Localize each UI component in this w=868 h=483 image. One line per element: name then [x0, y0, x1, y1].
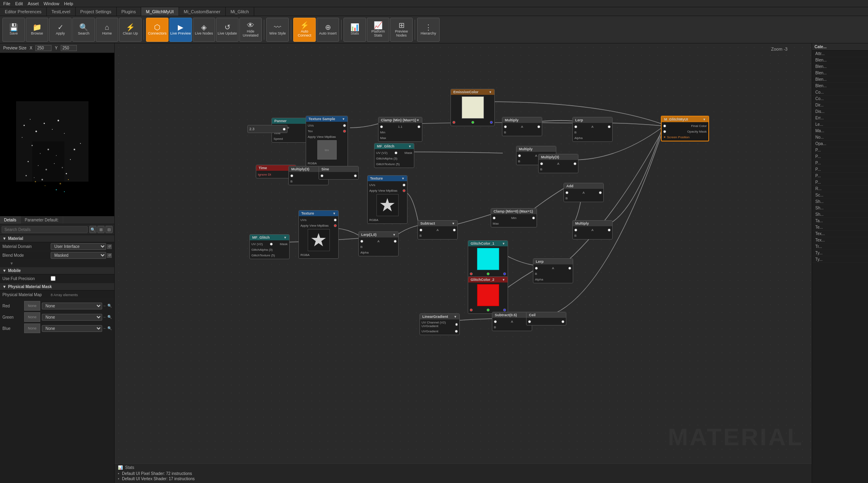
phys-blue-select[interactable]: None: [42, 325, 102, 332]
node-lerp-top[interactable]: Lerp A B Alpha: [572, 117, 613, 142]
right-panel-item-23[interactable]: Sh...: [812, 199, 868, 205]
node-clamp-mid[interactable]: Clamp (Min=0) (Max=1) Min Max: [491, 208, 537, 227]
node-texture-sample[interactable]: Texture Sample ▼ UVs Tex Apply View MipB…: [306, 116, 348, 167]
right-panel-item-5[interactable]: Blen...: [812, 83, 868, 89]
right-panel-item-18[interactable]: P...: [812, 166, 868, 173]
platformstats-button[interactable]: 📈 Platform Stats: [367, 18, 389, 42]
node-constant[interactable]: 2.3: [247, 125, 288, 133]
right-panel-item-32[interactable]: Ty...: [812, 256, 868, 263]
right-panel-item-11[interactable]: Le...: [812, 121, 868, 128]
right-panel-item-10[interactable]: Err...: [812, 115, 868, 121]
tab-mi-custom[interactable]: Mi_CustomBanner: [179, 7, 226, 16]
phys-green-search[interactable]: 🔍: [107, 315, 112, 319]
node-linear-gradient[interactable]: LinearGradient ▼ UV Channel (V2) UVGradi…: [420, 313, 460, 335]
node-emissive[interactable]: EmissiveColor ▼: [450, 89, 495, 126]
right-panel-item-15[interactable]: P...: [812, 147, 868, 153]
blend-mode-select[interactable]: Masked Opaque Translucent Additive: [51, 252, 106, 259]
right-panel-item-7[interactable]: Co...: [812, 96, 868, 102]
apply-button[interactable]: ✓ Apply: [49, 18, 72, 42]
hide-button[interactable]: 👁 Hide Unrelated: [239, 18, 262, 42]
right-panel-item-14[interactable]: Opa...: [812, 141, 868, 147]
cleanup-button[interactable]: ⚡ Clean Up: [119, 18, 142, 42]
right-panel-item-28[interactable]: Tex...: [812, 231, 868, 237]
node-glitch-color2[interactable]: GlitchColor_2 ▼: [468, 276, 508, 314]
menu-edit[interactable]: Edit: [15, 1, 23, 6]
right-panel-item-16[interactable]: P...: [812, 153, 868, 160]
right-panel-item-0[interactable]: Attr...: [812, 51, 868, 57]
menu-asset[interactable]: Asset: [28, 1, 39, 6]
right-panel-item-12[interactable]: Ma...: [812, 128, 868, 134]
mobile-section-header[interactable]: ▼ Mobile: [0, 267, 114, 274]
home-button[interactable]: ⌂ Home: [96, 18, 118, 42]
node-glitch-color1[interactable]: GlitchColor_1 ▼: [468, 240, 508, 278]
view-options-button[interactable]: ⊞: [97, 226, 105, 233]
node-result[interactable]: M_GlitchMyUI ▼ Final Color Opacity Mask …: [661, 116, 709, 141]
node-clamp-min[interactable]: Clamp (Min) (Max=1) ▼ 1.1 Min Max: [378, 117, 422, 142]
material-domain-reset[interactable]: ↺: [107, 244, 112, 249]
tab-m-glitch[interactable]: M_GlitchMyUI: [141, 7, 179, 16]
details-tab[interactable]: Details: [0, 216, 21, 224]
preview-x-input[interactable]: [35, 45, 51, 51]
save-button[interactable]: 💾 Save: [2, 18, 25, 42]
right-panel-item-25[interactable]: Sh...: [812, 211, 868, 218]
full-precision-checkbox[interactable]: [51, 276, 56, 281]
browse-button[interactable]: 📁 Browse: [26, 18, 48, 42]
node-canvas[interactable]: Zoom -3: [115, 43, 812, 483]
right-panel-item-21[interactable]: R...: [812, 186, 868, 192]
right-panel-item-3[interactable]: Blen...: [812, 70, 868, 76]
phys-green-select[interactable]: None: [42, 314, 102, 321]
livepreview-button[interactable]: ▶ Live Preview: [169, 18, 192, 42]
autoinsert-button[interactable]: ⊕ Auto Insert: [317, 18, 339, 42]
stats-button[interactable]: 📊 Stats: [343, 18, 366, 42]
node-multiply4[interactable]: Multiply A B: [572, 220, 613, 239]
right-panel-item-1[interactable]: Blen...: [812, 57, 868, 63]
right-panel-item-17[interactable]: P...: [812, 160, 868, 166]
right-panel-item-24[interactable]: Sh...: [812, 205, 868, 211]
right-panel-item-8[interactable]: Dir...: [812, 102, 868, 108]
tab-editor-prefs[interactable]: Editor Preferences: [0, 7, 47, 16]
search-button[interactable]: 🔍 Search: [72, 18, 95, 42]
right-panel-item-6[interactable]: Co...: [812, 89, 868, 96]
node-lerp-bottom[interactable]: Lerp A B Alpha: [533, 258, 573, 283]
node-multiply3[interactable]: Multiply(3) A B: [538, 154, 578, 173]
livenodes-button[interactable]: ◈ Live Nodes: [193, 18, 215, 42]
node-subtract[interactable]: Subtract ▼ A B: [418, 220, 458, 239]
filter-button[interactable]: ⊟: [105, 226, 113, 233]
phys-red-search[interactable]: 🔍: [107, 304, 112, 308]
right-panel-item-31[interactable]: Ty...: [812, 250, 868, 256]
physical-section-header[interactable]: ▼ Physical Material Mask: [0, 283, 114, 291]
material-domain-select[interactable]: User Interface Surface Deferred Decal: [51, 243, 106, 250]
right-panel-item-13[interactable]: No...: [812, 134, 868, 141]
right-panel-item-22[interactable]: Sc...: [812, 192, 868, 199]
tab-mi-glitch[interactable]: Mi_Glitch: [226, 7, 254, 16]
phys-red-select[interactable]: None: [42, 303, 102, 309]
right-panel-item-4[interactable]: Blen...: [812, 76, 868, 83]
menu-window[interactable]: Window: [43, 1, 59, 6]
parameter-tab[interactable]: Parameter Default:: [21, 216, 63, 224]
right-panel-item-19[interactable]: P...: [812, 173, 868, 179]
node-ceil[interactable]: Ceil: [526, 312, 566, 325]
connectors-button[interactable]: ⬡ Connectors: [146, 18, 169, 42]
node-texture1[interactable]: Texture ▼ UVs Apply View MipBias: [367, 175, 407, 224]
right-panel-item-20[interactable]: P...: [812, 179, 868, 186]
node-mf-glitch2[interactable]: MF_Glitch ▼ UV (V2) Mask GlitchAlpha (3)…: [249, 234, 290, 259]
liveupdate-button[interactable]: ↺ Live Update: [216, 18, 239, 42]
right-panel-item-26[interactable]: Ta...: [812, 218, 868, 224]
tab-plugins[interactable]: Plugins: [117, 7, 141, 16]
node-texture2[interactable]: Texture ▼ UVs Apply View MipBias: [298, 210, 339, 259]
autoconnect-button[interactable]: ⚡ Auto Connect: [293, 18, 316, 42]
node-add[interactable]: Add A B: [564, 183, 604, 202]
tab-project-settings[interactable]: Project Settings: [76, 7, 117, 16]
menu-file[interactable]: File: [3, 1, 10, 6]
right-panel-item-9[interactable]: Dis...: [812, 108, 868, 115]
right-panel-item-29[interactable]: Tex...: [812, 237, 868, 244]
node-sine[interactable]: Sine: [319, 166, 359, 180]
search-input[interactable]: [2, 226, 88, 233]
menu-help[interactable]: Help: [64, 1, 73, 6]
right-panel-item-2[interactable]: Blen...: [812, 63, 868, 70]
previewnodes-button[interactable]: ⊞ Preview Nodes: [390, 18, 413, 42]
right-panel-item-30[interactable]: Tr...: [812, 244, 868, 250]
hierarchy-button[interactable]: ⋮ Hierarchy: [417, 18, 440, 42]
wirestyle-button[interactable]: 〰 Wire Style: [266, 18, 289, 42]
material-section-header[interactable]: ▼ Material: [0, 235, 114, 242]
